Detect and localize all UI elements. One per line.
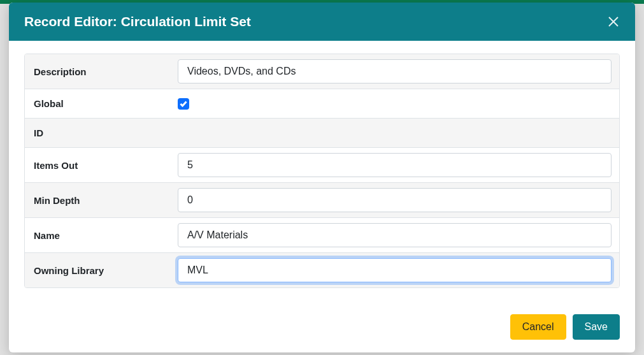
modal-body: Description Global ID xyxy=(9,41,635,304)
modal-title: Record Editor: Circulation Limit Set xyxy=(24,14,251,29)
save-button[interactable]: Save xyxy=(573,314,620,340)
row-global: Global xyxy=(25,89,619,119)
label-items-out: Items Out xyxy=(25,151,178,180)
row-description: Description xyxy=(25,54,619,89)
label-id: ID xyxy=(25,119,178,147)
owning-library-input[interactable] xyxy=(178,258,612,282)
id-value xyxy=(178,124,619,142)
record-editor-modal: Record Editor: Circulation Limit Set Des… xyxy=(9,3,635,352)
row-id: ID xyxy=(25,119,619,148)
name-input[interactable] xyxy=(178,223,612,247)
label-description: Description xyxy=(25,57,178,86)
form-table: Description Global ID xyxy=(24,54,620,288)
modal-header: Record Editor: Circulation Limit Set xyxy=(9,3,635,41)
label-owning-library: Owning Library xyxy=(25,256,178,285)
label-global: Global xyxy=(25,89,178,118)
row-name: Name xyxy=(25,218,619,253)
items-out-input[interactable] xyxy=(178,153,612,177)
global-checkbox[interactable] xyxy=(178,98,189,110)
row-owning-library: Owning Library xyxy=(25,253,619,287)
modal-footer: Cancel Save xyxy=(9,304,635,352)
row-min-depth: Min Depth xyxy=(25,183,619,218)
cancel-button[interactable]: Cancel xyxy=(510,314,566,340)
min-depth-input[interactable] xyxy=(178,188,612,212)
close-icon[interactable] xyxy=(607,15,620,28)
description-input[interactable] xyxy=(178,59,612,83)
row-items-out: Items Out xyxy=(25,148,619,183)
label-min-depth: Min Depth xyxy=(25,186,178,215)
label-name: Name xyxy=(25,221,178,250)
